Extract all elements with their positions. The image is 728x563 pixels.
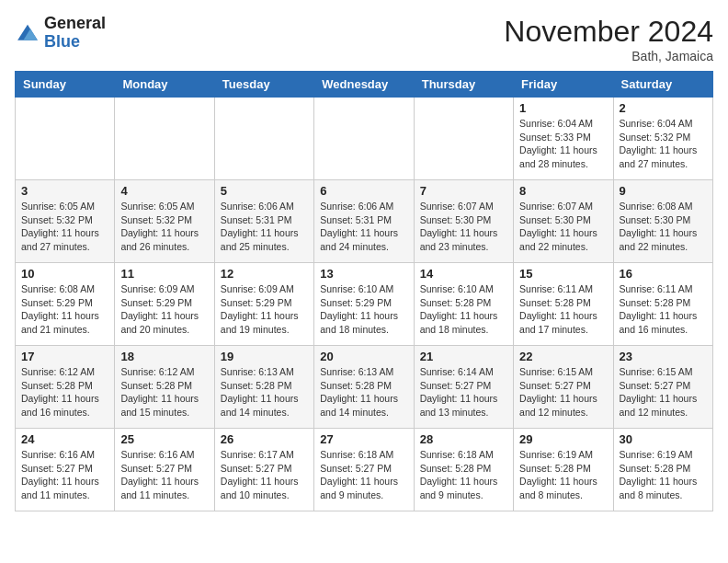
calendar-cell: 3Sunrise: 6:05 AMSunset: 5:32 PMDaylight… xyxy=(16,180,115,263)
day-number: 23 xyxy=(620,350,707,363)
calendar-week-row: 3Sunrise: 6:05 AMSunset: 5:32 PMDaylight… xyxy=(16,180,713,263)
calendar-cell xyxy=(214,98,313,180)
day-number: 28 xyxy=(420,432,507,446)
location: Bath, Jamaica xyxy=(504,49,713,63)
day-number: 27 xyxy=(320,432,407,446)
calendar-week-row: 17Sunrise: 6:12 AMSunset: 5:28 PMDayligh… xyxy=(16,346,713,429)
calendar-cell xyxy=(16,98,115,180)
day-info: Sunrise: 6:06 AMSunset: 5:31 PMDaylight:… xyxy=(221,200,308,254)
calendar-cell: 21Sunrise: 6:14 AMSunset: 5:27 PMDayligh… xyxy=(414,346,513,429)
day-info: Sunrise: 6:06 AMSunset: 5:31 PMDaylight:… xyxy=(320,200,407,254)
calendar-header-row: SundayMondayTuesdayWednesdayThursdayFrid… xyxy=(16,72,713,98)
day-info: Sunrise: 6:09 AMSunset: 5:29 PMDaylight:… xyxy=(221,282,308,337)
day-number: 10 xyxy=(21,267,108,281)
calendar-table: SundayMondayTuesdayWednesdayThursdayFrid… xyxy=(15,71,713,511)
day-info: Sunrise: 6:13 AMSunset: 5:28 PMDaylight:… xyxy=(221,365,308,419)
day-info: Sunrise: 6:12 AMSunset: 5:28 PMDaylight:… xyxy=(21,365,108,419)
logo: General Blue xyxy=(15,15,106,52)
day-info: Sunrise: 6:10 AMSunset: 5:29 PMDaylight:… xyxy=(320,282,407,337)
day-info: Sunrise: 6:08 AMSunset: 5:29 PMDaylight:… xyxy=(21,282,108,337)
day-info: Sunrise: 6:09 AMSunset: 5:29 PMDaylight:… xyxy=(120,282,208,337)
calendar-cell: 2Sunrise: 6:04 AMSunset: 5:32 PMDaylight… xyxy=(613,98,712,180)
day-info: Sunrise: 6:07 AMSunset: 5:30 PMDaylight:… xyxy=(519,200,607,254)
calendar-cell: 20Sunrise: 6:13 AMSunset: 5:28 PMDayligh… xyxy=(314,346,414,429)
day-info: Sunrise: 6:18 AMSunset: 5:27 PMDaylight:… xyxy=(320,448,407,502)
calendar-cell: 28Sunrise: 6:18 AMSunset: 5:28 PMDayligh… xyxy=(414,429,513,511)
month-title: November 2024 xyxy=(504,15,713,49)
day-info: Sunrise: 6:04 AMSunset: 5:32 PMDaylight:… xyxy=(620,117,707,171)
weekday-header: Thursday xyxy=(414,72,513,98)
calendar-week-row: 1Sunrise: 6:04 AMSunset: 5:33 PMDaylight… xyxy=(16,98,713,180)
calendar-cell: 17Sunrise: 6:12 AMSunset: 5:28 PMDayligh… xyxy=(16,346,115,429)
calendar-cell xyxy=(314,98,414,180)
weekday-header: Friday xyxy=(514,72,613,98)
calendar-cell: 7Sunrise: 6:07 AMSunset: 5:30 PMDaylight… xyxy=(414,180,513,263)
day-info: Sunrise: 6:11 AMSunset: 5:28 PMDaylight:… xyxy=(519,282,607,337)
calendar-cell: 18Sunrise: 6:12 AMSunset: 5:28 PMDayligh… xyxy=(115,346,214,429)
day-number: 15 xyxy=(519,267,607,281)
calendar-cell: 24Sunrise: 6:16 AMSunset: 5:27 PMDayligh… xyxy=(16,429,115,511)
day-info: Sunrise: 6:04 AMSunset: 5:33 PMDaylight:… xyxy=(519,117,607,171)
day-number: 29 xyxy=(519,432,607,446)
calendar-cell: 29Sunrise: 6:19 AMSunset: 5:28 PMDayligh… xyxy=(514,429,613,511)
day-info: Sunrise: 6:17 AMSunset: 5:27 PMDaylight:… xyxy=(221,448,308,502)
day-number: 8 xyxy=(519,184,607,198)
logo-general: General xyxy=(44,14,106,32)
calendar-cell: 25Sunrise: 6:16 AMSunset: 5:27 PMDayligh… xyxy=(115,429,214,511)
day-info: Sunrise: 6:11 AMSunset: 5:28 PMDaylight:… xyxy=(620,282,707,337)
calendar-cell: 30Sunrise: 6:19 AMSunset: 5:28 PMDayligh… xyxy=(613,429,712,511)
day-number: 26 xyxy=(221,432,308,446)
calendar-cell: 12Sunrise: 6:09 AMSunset: 5:29 PMDayligh… xyxy=(214,263,313,346)
day-number: 16 xyxy=(620,267,707,281)
day-number: 4 xyxy=(120,184,208,198)
day-number: 24 xyxy=(21,432,108,446)
day-number: 14 xyxy=(420,267,507,281)
weekday-header: Tuesday xyxy=(214,72,313,98)
day-info: Sunrise: 6:13 AMSunset: 5:28 PMDaylight:… xyxy=(320,365,407,419)
logo-text: General Blue xyxy=(44,15,106,52)
day-number: 2 xyxy=(620,101,707,115)
calendar-cell: 15Sunrise: 6:11 AMSunset: 5:28 PMDayligh… xyxy=(514,263,613,346)
day-number: 20 xyxy=(320,350,407,363)
day-info: Sunrise: 6:14 AMSunset: 5:27 PMDaylight:… xyxy=(420,365,507,419)
day-info: Sunrise: 6:08 AMSunset: 5:30 PMDaylight:… xyxy=(620,200,707,254)
day-info: Sunrise: 6:16 AMSunset: 5:27 PMDaylight:… xyxy=(120,448,208,502)
logo-icon xyxy=(15,20,40,46)
calendar-cell: 8Sunrise: 6:07 AMSunset: 5:30 PMDaylight… xyxy=(514,180,613,263)
calendar-week-row: 10Sunrise: 6:08 AMSunset: 5:29 PMDayligh… xyxy=(16,263,713,346)
day-info: Sunrise: 6:15 AMSunset: 5:27 PMDaylight:… xyxy=(620,365,707,419)
page-header: General Blue November 2024 Bath, Jamaica xyxy=(15,15,713,63)
day-number: 3 xyxy=(21,184,108,198)
calendar-cell: 11Sunrise: 6:09 AMSunset: 5:29 PMDayligh… xyxy=(115,263,214,346)
weekday-header: Sunday xyxy=(16,72,115,98)
calendar-cell: 19Sunrise: 6:13 AMSunset: 5:28 PMDayligh… xyxy=(214,346,313,429)
day-number: 18 xyxy=(120,350,208,363)
calendar-cell: 23Sunrise: 6:15 AMSunset: 5:27 PMDayligh… xyxy=(613,346,712,429)
day-info: Sunrise: 6:07 AMSunset: 5:30 PMDaylight:… xyxy=(420,200,507,254)
day-info: Sunrise: 6:19 AMSunset: 5:28 PMDaylight:… xyxy=(519,448,607,502)
day-number: 6 xyxy=(320,184,407,198)
day-number: 21 xyxy=(420,350,507,363)
calendar-cell: 5Sunrise: 6:06 AMSunset: 5:31 PMDaylight… xyxy=(214,180,313,263)
calendar-cell xyxy=(414,98,513,180)
calendar-cell: 22Sunrise: 6:15 AMSunset: 5:27 PMDayligh… xyxy=(514,346,613,429)
calendar-cell: 1Sunrise: 6:04 AMSunset: 5:33 PMDaylight… xyxy=(514,98,613,180)
day-number: 1 xyxy=(519,101,607,115)
calendar-cell: 13Sunrise: 6:10 AMSunset: 5:29 PMDayligh… xyxy=(314,263,414,346)
calendar-cell: 27Sunrise: 6:18 AMSunset: 5:27 PMDayligh… xyxy=(314,429,414,511)
weekday-header: Monday xyxy=(115,72,214,98)
day-number: 5 xyxy=(221,184,308,198)
calendar-cell: 6Sunrise: 6:06 AMSunset: 5:31 PMDaylight… xyxy=(314,180,414,263)
day-number: 9 xyxy=(620,184,707,198)
day-number: 25 xyxy=(120,432,208,446)
day-number: 30 xyxy=(620,432,707,446)
calendar-cell: 9Sunrise: 6:08 AMSunset: 5:30 PMDaylight… xyxy=(613,180,712,263)
calendar-cell: 16Sunrise: 6:11 AMSunset: 5:28 PMDayligh… xyxy=(613,263,712,346)
calendar-cell: 4Sunrise: 6:05 AMSunset: 5:32 PMDaylight… xyxy=(115,180,214,263)
weekday-header: Wednesday xyxy=(314,72,414,98)
day-info: Sunrise: 6:05 AMSunset: 5:32 PMDaylight:… xyxy=(21,200,108,254)
day-number: 12 xyxy=(221,267,308,281)
day-info: Sunrise: 6:19 AMSunset: 5:28 PMDaylight:… xyxy=(620,448,707,502)
day-number: 22 xyxy=(519,350,607,363)
calendar-week-row: 24Sunrise: 6:16 AMSunset: 5:27 PMDayligh… xyxy=(16,429,713,511)
